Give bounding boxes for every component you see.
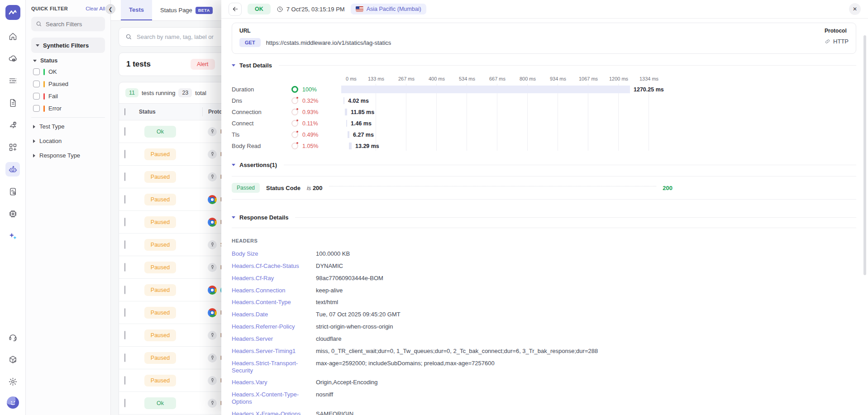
assertion-expected: 200 — [313, 185, 323, 191]
status-color-bar — [43, 93, 45, 100]
api-protocol-icon — [208, 376, 217, 385]
metric-label: Duration — [232, 86, 291, 93]
checkbox[interactable] — [33, 68, 40, 75]
synthetic-filters-toggle[interactable]: Synthetic Filters — [31, 38, 105, 53]
header-value: strict-origin-when-cross-origin — [316, 323, 856, 330]
tab-tests[interactable]: Tests — [121, 0, 152, 20]
header-value: cloudflare — [316, 335, 856, 343]
chevron-right-icon — [33, 154, 35, 157]
status-badge: Paused — [144, 194, 176, 205]
row-checkbox[interactable] — [124, 150, 125, 158]
ai-sparkles-icon[interactable] — [5, 229, 20, 243]
status-group-toggle[interactable]: Status — [33, 57, 105, 64]
header-value: text/html — [316, 299, 856, 306]
device-search-icon[interactable] — [5, 184, 20, 199]
api-protocol-icon — [208, 150, 217, 159]
status-badge: Paused — [144, 284, 176, 296]
metric-percent: 0.93% — [302, 109, 341, 115]
filter-group-toggle[interactable]: Test Type — [33, 123, 105, 130]
cpu-chip-icon[interactable] — [5, 206, 20, 221]
alerts-bell-icon[interactable] — [5, 118, 20, 132]
api-protocol-icon — [208, 263, 217, 272]
metric-label: Connection — [232, 109, 291, 115]
user-avatar[interactable] — [7, 396, 19, 409]
status-filter-option[interactable]: OK — [33, 68, 105, 75]
filter-group-toggle[interactable]: Response Type — [33, 152, 105, 159]
document-icon[interactable] — [5, 95, 20, 110]
header-row: Headers.Strict-Transport-Security max-ag… — [232, 360, 856, 374]
protocol-value: HTTP — [833, 38, 849, 45]
axis-tick-label: 534 ms — [459, 76, 475, 81]
total-count-chip: 23 — [178, 88, 192, 97]
assertions-section-toggle[interactable]: Assertions(1) — [232, 162, 856, 168]
response-details-title: Response Details — [239, 214, 288, 221]
integrations-add-icon[interactable] — [5, 140, 20, 154]
status-filter-option[interactable]: Paused — [33, 81, 105, 87]
assertions-title: Assertions(1) — [239, 162, 277, 168]
row-checkbox[interactable] — [124, 376, 125, 385]
row-checkbox[interactable] — [124, 399, 125, 407]
status-badge: Paused — [144, 148, 176, 160]
close-panel-button[interactable]: ✕ — [849, 3, 861, 15]
search-icon — [125, 33, 132, 40]
row-checkbox[interactable] — [124, 127, 125, 136]
synthetic-tests-robot-icon[interactable] — [5, 162, 20, 176]
support-headset-icon[interactable] — [5, 330, 20, 344]
segment-bar — [346, 120, 347, 127]
api-protocol-icon — [208, 240, 217, 249]
status-badge: Paused — [144, 239, 176, 251]
axis-tick-label: 1334 ms — [639, 76, 658, 81]
alert-filter-chip[interactable]: Alert — [191, 59, 215, 70]
chrome-icon — [208, 195, 217, 204]
axis-tick-label: 1200 ms — [609, 76, 628, 81]
select-all-checkbox[interactable] — [124, 108, 125, 115]
back-button[interactable] — [229, 3, 242, 16]
metric-percent: 1.05% — [302, 143, 341, 149]
status-color-bar — [43, 69, 45, 75]
header-value: DYNAMIC — [316, 262, 856, 270]
filter-group-toggle[interactable]: Location — [33, 138, 105, 144]
middleware-logo[interactable] — [5, 5, 20, 20]
segment-bar — [349, 143, 352, 149]
tab-status-page[interactable]: Status Page BETA — [152, 0, 221, 20]
chevron-down-icon — [33, 60, 37, 62]
checkbox[interactable] — [33, 93, 40, 100]
row-checkbox[interactable] — [124, 353, 125, 362]
divider — [284, 165, 856, 165]
header-key: Headers.X-Frame-Options — [232, 410, 303, 415]
row-checkbox[interactable] — [124, 308, 125, 317]
location-pill[interactable]: Asia Pacific (Mumbai) — [351, 4, 426, 14]
checkbox[interactable] — [33, 105, 40, 112]
logs-icon[interactable] — [5, 73, 20, 88]
row-checkbox[interactable] — [124, 331, 125, 339]
test-details-section-toggle[interactable]: Test Details — [232, 62, 856, 69]
row-checkbox[interactable] — [124, 286, 125, 294]
waterfall-rows: Duration 100% 1270.25 ms 1270.25 ms Dns — [232, 84, 856, 152]
row-checkbox[interactable] — [124, 263, 125, 272]
chevron-down-icon — [232, 216, 235, 219]
checkbox[interactable] — [33, 81, 40, 87]
cloud-cost-icon[interactable] — [5, 51, 20, 66]
settings-gear-icon[interactable] — [5, 374, 20, 389]
package-add-icon[interactable] — [5, 352, 20, 367]
clear-all-link[interactable]: Clear All — [86, 6, 105, 11]
filter-search-input[interactable]: Search Filters — [31, 17, 105, 31]
test-detail-panel: OK 7 Oct'25, 03:15:19 PM Asia Pacific (M… — [221, 0, 868, 415]
response-details-section-toggle[interactable]: Response Details — [232, 214, 856, 221]
status-filter-option[interactable]: Error — [33, 105, 105, 112]
header-key: Body Size — [232, 250, 303, 258]
collapse-panel-button[interactable]: ❮ — [105, 4, 115, 14]
url-label: URL — [239, 28, 391, 34]
row-checkbox[interactable] — [124, 172, 125, 181]
chrome-icon — [208, 308, 217, 317]
row-checkbox[interactable] — [124, 240, 125, 249]
run-status-badge: OK — [248, 4, 271, 14]
home-icon[interactable] — [5, 29, 20, 43]
percent-donut-icon — [291, 109, 298, 115]
header-key: Headers.Cf-Ray — [232, 275, 303, 282]
row-checkbox[interactable] — [124, 195, 125, 204]
status-filter-option[interactable]: Fail — [33, 93, 105, 100]
row-checkbox[interactable] — [124, 218, 125, 226]
panel-scrollbar-thumb[interactable] — [863, 35, 866, 275]
response-headers-list: Body Size 100.0000 KB Headers.Cf-Cache-S… — [232, 250, 856, 415]
